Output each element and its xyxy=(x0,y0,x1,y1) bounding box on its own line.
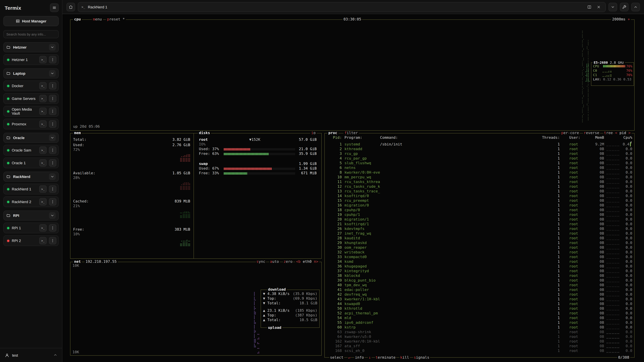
connect-terminal-button[interactable]: >_ xyxy=(39,95,46,102)
host-menu-button[interactable] xyxy=(49,82,56,89)
iface-prev-button[interactable]: <b xyxy=(296,259,301,264)
proc-footer-kill[interactable]: kill xyxy=(400,355,410,360)
process-row[interactable]: 38 kblockd 1 root 0B ⣀⣀⣀⣀⣀ 0.0 xyxy=(325,274,634,278)
collapse-button[interactable] xyxy=(631,2,640,11)
refresh-rate[interactable]: 2000ms + xyxy=(611,17,631,22)
host-item[interactable]: Open Media Vault >_ xyxy=(3,106,59,117)
sidebar-group[interactable]: Laptop xyxy=(3,68,59,78)
process-row[interactable]: 33 kcompactd0 1 root 0B ⣀⣀⣀⣀⣀ 0.0 xyxy=(325,255,634,259)
host-item[interactable]: Oracle Sam >_ xyxy=(3,145,59,156)
proc-footer-terminate[interactable]: terminate xyxy=(375,355,396,360)
connect-terminal-button[interactable]: >_ xyxy=(39,108,46,115)
pid-next-button[interactable]: > xyxy=(628,131,630,135)
process-row[interactable]: 28 kauditd 1 root 0B ⣀⣀⣀⣀⣀ 0.0 xyxy=(325,236,634,241)
tab-racknerd-1[interactable]: >_ RackNerd 1 xyxy=(78,2,606,12)
host-item[interactable]: RackNerd 2 >_ xyxy=(3,196,59,207)
col-user[interactable]: User: xyxy=(560,135,591,140)
host-item[interactable]: RPI 2 >_ xyxy=(3,235,59,246)
connect-terminal-button[interactable]: >_ xyxy=(39,146,46,154)
pid-sort-nav[interactable]: < pid > xyxy=(614,131,632,135)
host-menu-button[interactable] xyxy=(49,224,56,232)
col-cpu[interactable]: Cpu% ↑ xyxy=(622,135,634,140)
process-row[interactable]: 55 ipv6_addrconf 1 root 0B ⣀⣀⣀⣀⣀ 0.0 xyxy=(325,321,634,325)
iface-next-button[interactable]: n> xyxy=(314,259,318,264)
process-row[interactable]: 30 oom_reaper 1 root 0B ⣀⣀⣀⣀⣀ 0.0 xyxy=(325,245,634,250)
host-item[interactable]: Game Servers >_ xyxy=(3,93,59,104)
tab-list-button[interactable] xyxy=(608,2,617,11)
host-item[interactable]: RPI 1 >_ xyxy=(3,223,59,233)
proc-footer-select[interactable]: select xyxy=(330,355,344,360)
group-chevron-button[interactable] xyxy=(49,44,56,51)
host-menu-button[interactable] xyxy=(49,95,56,102)
proc-option-tree[interactable]: tree xyxy=(603,131,614,135)
process-row[interactable]: 20 migration/1 1 root 0B ⣀⣀⣀⣀⣀ 0.0 xyxy=(325,217,634,222)
connect-terminal-button[interactable]: >_ xyxy=(39,56,46,63)
process-row[interactable]: 26 kdevtmpfs 1 root 0B ⣀⣀⣀⣀⣀ 0.0 xyxy=(325,227,634,231)
process-row[interactable]: 3 rcu_gp 1 root 0B ⣀⣀⣀⣀⣀ 0.0 xyxy=(325,151,634,156)
proc-footer-↵[interactable]: ↵ xyxy=(348,355,351,360)
host-item[interactable]: Proxmox >_ xyxy=(3,119,59,129)
process-row[interactable]: 41 edac-poller 1 root 0B ⣀⣀⣀⣀⣀ 0.0 xyxy=(325,288,634,292)
host-item[interactable]: Oracle 1 >_ xyxy=(3,158,59,168)
process-row[interactable]: 10 mm_percpu_wq 1 root 0B ⣀⣀⣀⣀⣀ 0.0 xyxy=(325,175,634,180)
pid-prev-button[interactable]: < xyxy=(615,131,617,135)
home-button[interactable] xyxy=(66,2,75,11)
terminal[interactable]: cpu menu preset * 03:30:05 2000ms + ⡆ ⡇ … xyxy=(62,14,644,362)
process-row[interactable]: 1 systemd /sbin/init 1 root 9.2M ⣀⣀⣀⣀⣀ 0… xyxy=(325,142,634,147)
preset-button[interactable]: preset * xyxy=(106,17,126,22)
host-item[interactable]: Docker >_ xyxy=(3,80,59,91)
col-program[interactable]: Program: xyxy=(342,135,380,140)
connect-terminal-button[interactable]: >_ xyxy=(39,198,46,205)
connect-terminal-button[interactable]: >_ xyxy=(39,224,46,232)
process-row[interactable]: 52 acpi_thermal_pm 1 root 0B ⣀⣀⣀⣀⣀ 0.0 xyxy=(325,311,634,316)
col-command[interactable]: Command: xyxy=(380,135,526,140)
host-menu-button[interactable] xyxy=(49,185,56,193)
process-row[interactable]: 54 mld 1 root 0B ⣀⣀⣀⣀⣀ 0.0 xyxy=(325,316,634,321)
process-row[interactable]: 8 kworker/0:0H-eve 1 root 0B ⣀⣀⣀⣀⣀ 0.0 xyxy=(325,170,634,175)
footer-chevron-button[interactable] xyxy=(53,353,57,358)
process-row[interactable]: 34 ksmd 1 root 0B ⣀⣀⣀⣀⣀ 0.0 xyxy=(325,259,634,264)
sidebar-group[interactable]: RPI xyxy=(3,211,59,221)
net-toggle-sync[interactable]: sync xyxy=(256,259,266,264)
sidebar-group[interactable]: Oracle xyxy=(3,133,59,143)
col-pid[interactable]: Pid: xyxy=(325,135,342,140)
process-row[interactable]: 43 kworker/1:1H-kbl 1 root 0B ⣀⣀⣀⣀⣀ 0.0 xyxy=(325,297,634,302)
host-menu-button[interactable] xyxy=(49,146,56,154)
host-item[interactable]: RackNerd 1 >_ xyxy=(3,184,59,194)
host-menu-button[interactable] xyxy=(49,56,56,63)
process-row[interactable]: 5 slub_flushwq 1 root 0B ⣀⣀⣀⣀⣀ 0.0 xyxy=(325,161,634,166)
sidebar-group[interactable]: RackNerd xyxy=(3,172,59,182)
process-row[interactable]: 63 zswap-shrink 1 root 0B ⣀⣀⣀⣀⣀ 0.0 xyxy=(325,330,634,335)
process-row[interactable]: 40 tpm_dev_wq 1 root 0B ⣀⣀⣀⣀⣀ 0.0 xyxy=(325,283,634,288)
process-row[interactable]: 14 ksoftirqd/0 1 root 0B ⣀⣀⣀⣀⣀ 0.0 xyxy=(325,194,634,198)
group-chevron-button[interactable] xyxy=(49,70,56,77)
process-row[interactable]: 29 khungtaskd 1 root 0B ⣀⣀⣀⣀⣀ 0.0 xyxy=(325,241,634,245)
tools-button[interactable] xyxy=(620,2,628,11)
group-chevron-button[interactable] xyxy=(49,212,56,219)
host-menu-button[interactable] xyxy=(49,237,56,244)
process-row[interactable]: 36 khugepaged 1 root 0B ⣀⣀⣀⣀⣀ 0.0 xyxy=(325,264,634,269)
net-interface[interactable]: <b eth0 n> xyxy=(295,259,320,264)
process-row[interactable]: 44 kswapd0 1 root 0B ⣀⣀⣀⣀⣀ 0.0 xyxy=(325,302,634,306)
menu-button[interactable]: menu xyxy=(92,17,103,22)
sidebar-group[interactable]: Hetzner xyxy=(3,42,59,52)
host-menu-button[interactable] xyxy=(49,159,56,167)
process-row[interactable]: 42 devfreq_wq 1 root 0B ⣀⣀⣀⣀⣀ 0.0 xyxy=(325,292,634,297)
process-row[interactable]: 18 cpuhp/0 1 root 0B ⣀⣀⣀⣀⣀ 0.0 xyxy=(325,208,634,213)
process-row[interactable]: 50 kthrotld 1 root 0B ⣀⣀⣀⣀⣀ 0.0 xyxy=(325,306,634,311)
proc-footer-↓[interactable]: ↓ xyxy=(368,355,372,360)
process-row[interactable]: 37 kintegrityd 1 root 0B ⣀⣀⣀⣀⣀ 0.0 xyxy=(325,269,634,274)
connect-terminal-button[interactable]: >_ xyxy=(39,159,46,167)
net-toggle-auto[interactable]: auto xyxy=(269,259,280,264)
search-input[interactable] xyxy=(3,30,59,38)
group-chevron-button[interactable] xyxy=(49,134,56,141)
process-row[interactable]: 27 inet_frag_wq 1 root 0B ⣀⣀⣀⣀⣀ 0.0 xyxy=(325,231,634,236)
process-row[interactable]: 11 rcu_tasks_kthrea 1 root 0B ⣀⣀⣀⣀⣀ 0.0 xyxy=(325,180,634,184)
col-mem[interactable]: MemB xyxy=(591,135,604,140)
tab-close-button[interactable] xyxy=(595,3,602,10)
process-row[interactable]: 167 ata_sff 1 root 0B ⣀⣀⣀⣀⣀ 0.0 xyxy=(325,344,634,349)
connect-terminal-button[interactable]: >_ xyxy=(39,237,46,244)
host-item[interactable]: Hetzner 1 >_ xyxy=(3,54,59,65)
process-row[interactable]: 12 rcu_tasks_rude_k 1 root 0B ⣀⣀⣀⣀⣀ 0.0 xyxy=(325,184,634,189)
refresh-plus-button[interactable]: + xyxy=(628,17,630,21)
